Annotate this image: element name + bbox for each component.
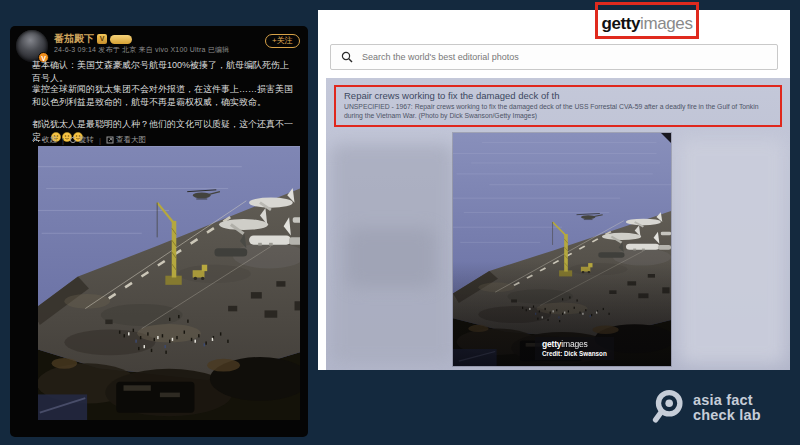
view-large-action[interactable]: 查看大图: [106, 135, 146, 145]
rotate-action[interactable]: 旋转: [69, 135, 94, 145]
getty-logo[interactable]: gettyimages: [601, 14, 692, 34]
search-icon: [341, 51, 353, 63]
blurred-page-content: [346, 228, 436, 288]
getty-carrier-photo[interactable]: gettyimages Credit: Dick Swanson: [453, 133, 671, 366]
expand-icon: [106, 136, 114, 144]
photo-corner-fold: [661, 133, 671, 143]
image-action-bar: 收起 | 旋转 | 查看大图: [32, 135, 146, 145]
search-input[interactable]: [362, 52, 767, 62]
collapse-action[interactable]: 收起: [32, 135, 57, 145]
asia-fact-check-lab-logo: asia fact check lab: [652, 389, 761, 427]
footer-logo-line1: asia fact: [693, 393, 761, 409]
blurred-page-content: [678, 138, 786, 364]
fact-check-composite: V 番茄殿下 V 24-6-3 09:14 发布于 北京 来自 vivo X10…: [0, 0, 800, 445]
weibo-post-card: V 番茄殿下 V 24-6-3 09:14 发布于 北京 来自 vivo X10…: [10, 26, 308, 437]
footer-logo-line2: check lab: [693, 408, 761, 424]
post-timestamp: 24-6-3 09:14 发布于 北京 来自 vivo X100 Ultra 已…: [54, 45, 229, 55]
weibo-carrier-photo[interactable]: [38, 146, 300, 420]
follow-button[interactable]: +关注: [265, 34, 300, 48]
caption-body: UNSPECIFIED - 1967: Repair crews working…: [344, 103, 772, 120]
caption-title-link[interactable]: Repair crews working to fix the damaged …: [344, 90, 772, 101]
rotate-arrow-icon: [69, 136, 77, 144]
vip-crown-icon: V: [97, 34, 107, 44]
red-annotation-box-caption: Repair crews working to fix the damaged …: [334, 85, 782, 127]
post-paragraph-1: 基本确认：美国艾森豪威尔号航母100%被揍了，航母编队死伤上百号人。: [32, 59, 294, 85]
vip-level-badge: [110, 35, 132, 44]
post-paragraph-2: 掌控全球新闻的犹太集团不会对外报道，在这件事上……损害美国和以色列利益是致命的，…: [32, 83, 294, 109]
search-bar[interactable]: [330, 44, 778, 70]
getty-screenshot-panel: gettyimages Repair crews working to fix …: [318, 10, 790, 370]
getty-watermark: gettyimages Credit: Dick Swanson: [535, 337, 614, 360]
separator: |: [62, 136, 64, 145]
separator: |: [99, 136, 101, 145]
chevron-up-icon: [32, 137, 40, 144]
red-annotation-box-logo: gettyimages: [595, 2, 699, 39]
username[interactable]: 番茄殿下: [54, 32, 94, 46]
photo-shading: [453, 133, 671, 366]
getty-detail-page: Repair crews working to fix the damaged …: [326, 78, 790, 370]
fact-check-magnifier-icon: [652, 389, 684, 427]
credit-line: Credit: Dick Swanson: [542, 350, 607, 357]
